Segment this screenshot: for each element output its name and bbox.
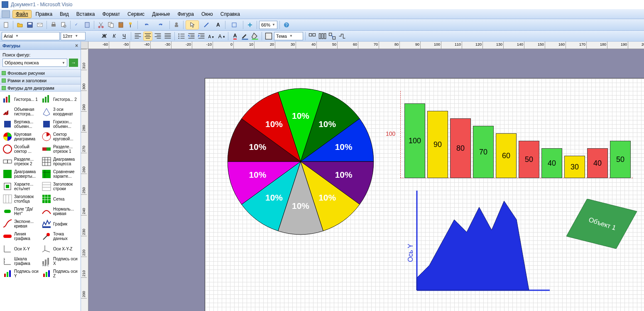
shape-stencil-item[interactable]: Оси X-Y [2,243,40,255]
pointer-tool-button[interactable] [186,20,199,29]
menu-format[interactable]: Формат [99,10,123,18]
shape-stencil-item[interactable]: Разделе... отрезок 1 [41,143,79,155]
connector-tool-button[interactable] [200,20,213,29]
pie-chart-shape[interactable]: 10%10%10%10%10%10%10%10%10%10% [222,83,380,240]
search-go-button[interactable]: → [69,59,78,67]
shape-stencil-item[interactable]: График [41,218,79,230]
font-size-combo[interactable]: 12пт▼ [61,32,86,40]
shape-stencil-item[interactable]: 3 оси координат [41,106,79,118]
theme-combo[interactable]: Тема▼ [274,32,303,40]
shape-stencil-item[interactable]: Круговая диаграмма [2,131,40,142]
bar-chart-shape[interactable]: 100 100908070605040304050 [400,91,633,178]
shape-stencil-item[interactable]: Сравнение характе... [41,168,79,180]
undo-button[interactable] [140,20,153,29]
shape-stencil-item[interactable]: Подпись оси Z [41,268,79,279]
stencil-charting[interactable]: Фигуры для диаграмм [0,84,81,92]
vertical-ruler[interactable]: 3103002902802702602502402302202102001901… [81,49,88,311]
shape-stencil-item[interactable]: Объемная гистогра... [2,106,40,118]
bullets-button[interactable] [177,32,186,41]
shape-stencil-item[interactable]: Заголовок столбца [2,193,40,205]
connection-point-button[interactable] [245,20,255,29]
menu-edit[interactable]: Правка [32,10,56,18]
shape-stencil-item[interactable]: Подпись оси Y [2,268,40,279]
shape-stencil-item[interactable]: Сектор круговой... [41,131,79,142]
menu-help[interactable]: Справка [217,10,243,18]
shape-stencil-item[interactable]: Диаграмма разверты... [2,168,40,180]
shape-tool-button[interactable] [228,20,241,29]
shape-stencil-item[interactable]: Гистогра... 1 [2,93,40,105]
decrease-indent-button[interactable] [187,32,196,41]
shape-stencil-item[interactable]: Разделе... отрезок 2 [2,156,40,167]
system-menu-icon[interactable] [2,10,10,18]
shape-stencil-item[interactable]: Экспоне... кривая [2,218,40,230]
redo-button[interactable] [154,20,167,29]
underline-button[interactable]: Ч [120,32,129,41]
shape-stencil-item[interactable]: Шкала графика [2,255,40,267]
close-icon[interactable]: × [75,43,78,49]
open-button[interactable] [15,20,24,29]
format-button[interactable] [264,32,273,41]
distribute-button[interactable] [318,32,327,41]
menu-file[interactable]: Файл [12,10,32,18]
zoom-combo[interactable]: 66% ▼ [259,21,277,29]
menu-shape[interactable]: Фигура [174,10,197,18]
format-painter-button[interactable] [126,20,135,29]
help-button[interactable]: ? [282,20,291,29]
copy-button[interactable] [106,20,115,29]
shape-stencil-item[interactable]: Линия графика [2,230,40,242]
menu-window[interactable]: Окно [198,10,216,18]
menu-data[interactable]: Данные [149,10,173,18]
align-center-button[interactable] [143,32,152,41]
shape-stencil-item[interactable]: Заголовок строки [41,181,79,192]
shape-stencil-item[interactable]: Нормаль... кривая [41,206,79,217]
reroute-button[interactable] [338,32,347,41]
shape-stencil-item[interactable]: Вертика... объемн... [2,118,40,130]
shapes-search-input[interactable]: Образец поиска ▼ [2,59,67,67]
spelling-button[interactable]: ✓ [73,20,82,29]
menu-service[interactable]: Сервис [124,10,148,18]
shape-stencil-item[interactable]: A B CПодпись оси X [41,255,79,267]
increase-indent-button[interactable] [197,32,206,41]
stamp-button[interactable] [172,20,181,29]
align-right-button[interactable] [153,32,162,41]
drawing-canvas[interactable]: 10%10%10%10%10%10%10%10%10%10% 100 10090… [88,49,644,311]
shape-stencil-item[interactable]: Гистогра... 2 [41,93,79,105]
text-tool-button[interactable]: A [214,20,223,29]
area-chart-shape[interactable]: Ось Y [404,191,550,299]
print-button[interactable] [49,20,58,29]
shape-stencil-item[interactable]: Диаграмма процесса [41,156,79,167]
stencil-backgrounds[interactable]: Фоновые рисунки [0,69,81,77]
horizontal-ruler[interactable]: -60-50-40-30-20-100102030405060708090100… [88,42,644,49]
research-button[interactable] [83,20,92,29]
shape-stencil-item[interactable]: Поле "Да/Нет" [2,206,40,217]
paste-button[interactable] [116,20,125,29]
connect-shapes-button[interactable] [328,32,337,41]
shape-stencil-item[interactable]: Особый сектор ... [2,143,40,155]
decrease-size-button[interactable]: A▼ [207,32,216,41]
align-shapes-button[interactable] [308,32,317,41]
shape-stencil-item[interactable]: Горизон... объемн... [41,118,79,130]
parallelogram-shape[interactable]: Объект 1 [566,199,637,249]
print-preview-button[interactable] [59,20,68,29]
line-color-button[interactable] [240,32,250,41]
email-button[interactable] [35,20,44,29]
fill-color-button[interactable] [250,32,260,41]
bold-button[interactable]: Ж [100,32,109,41]
new-button[interactable] [2,20,11,29]
menu-insert[interactable]: Вставка [73,10,98,18]
align-left-button[interactable] [133,32,142,41]
shape-stencil-item[interactable]: Оси X-Y-Z [41,243,79,255]
increase-size-button[interactable]: A▲ [217,32,226,41]
align-justify-button[interactable] [163,32,172,41]
shape-stencil-item[interactable]: Точка данных [41,230,79,242]
shape-stencil-item[interactable]: Характе... есть/нет [2,181,40,192]
font-color-button[interactable]: A [230,32,240,41]
save-button[interactable] [25,20,34,29]
stencil-borders[interactable]: Рамки и заголовки [0,77,81,84]
shape-stencil-item[interactable]: Сетка [41,193,79,205]
font-combo[interactable]: Arial▼ [2,32,60,40]
cut-button[interactable] [96,20,105,29]
drawing-page[interactable]: 10%10%10%10%10%10%10%10%10%10% 100 10090… [205,78,644,311]
italic-button[interactable]: К [110,32,119,41]
menu-view[interactable]: Вид [56,10,72,18]
